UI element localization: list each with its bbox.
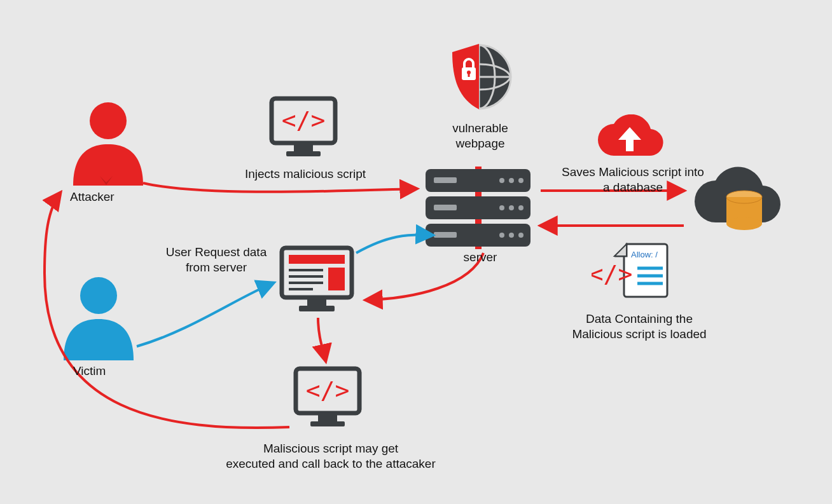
svg-point-18 [509, 178, 514, 183]
arrows-overlay [0, 0, 832, 504]
victim-icon [57, 275, 140, 360]
attacker-icon [67, 100, 149, 186]
svg-rect-9 [468, 72, 470, 77]
user-request-label: User Request data from server [153, 245, 280, 275]
svg-text:</>: </> [306, 376, 350, 404]
svg-rect-31 [307, 299, 326, 306]
svg-rect-38 [328, 268, 345, 290]
svg-text:</>: </> [592, 260, 632, 288]
allow-file-text: Allow: / [631, 250, 658, 259]
svg-rect-16 [434, 232, 457, 238]
monitor-browser-icon [279, 245, 355, 315]
svg-rect-33 [289, 255, 345, 264]
cloud-upload-icon [592, 114, 668, 162]
svg-point-19 [518, 178, 523, 183]
attacker-label: Attacker [70, 189, 134, 205]
server-stack-icon [422, 167, 534, 249]
svg-point-1 [80, 277, 117, 314]
svg-point-24 [509, 233, 514, 238]
svg-point-21 [509, 205, 514, 210]
svg-point-28 [726, 217, 762, 230]
svg-rect-41 [310, 421, 345, 426]
vulnerable-webpage-label: vulnerable webpage [445, 121, 515, 151]
svg-point-23 [499, 233, 504, 238]
malicious-exec-label: Maliscious script may get executed and c… [213, 441, 448, 472]
arrow-injects [143, 183, 417, 192]
victim-label: Victim [73, 364, 130, 379]
svg-rect-40 [318, 415, 337, 421]
shield-globe-icon [441, 41, 517, 114]
arrow-browser-to-script [318, 318, 326, 361]
svg-point-0 [90, 102, 127, 139]
svg-rect-15 [434, 205, 457, 210]
svg-text:</>: </> [282, 106, 326, 134]
svg-point-17 [499, 178, 504, 183]
svg-rect-4 [286, 151, 321, 156]
arrow-browser-to-server [356, 235, 433, 253]
svg-rect-14 [434, 177, 457, 183]
svg-rect-32 [299, 306, 335, 311]
arrow-victim-to-browser [137, 283, 274, 346]
diagram-stage: </> [0, 0, 832, 504]
svg-point-20 [499, 205, 504, 210]
svg-rect-3 [294, 145, 313, 151]
data-loaded-label: Data Containing the Malicious script is … [563, 311, 716, 342]
monitor-code-bottom-icon: </> [293, 365, 363, 429]
saves-db-label: Saves Malicious script into a database [553, 165, 712, 195]
monitor-code-top-icon: </> [268, 95, 338, 159]
server-label: server [455, 250, 506, 265]
svg-point-25 [518, 233, 523, 238]
injects-label: Injects malicious script [229, 167, 382, 182]
allow-file-icon: Allow: / </> [592, 240, 677, 304]
svg-point-22 [518, 205, 523, 210]
